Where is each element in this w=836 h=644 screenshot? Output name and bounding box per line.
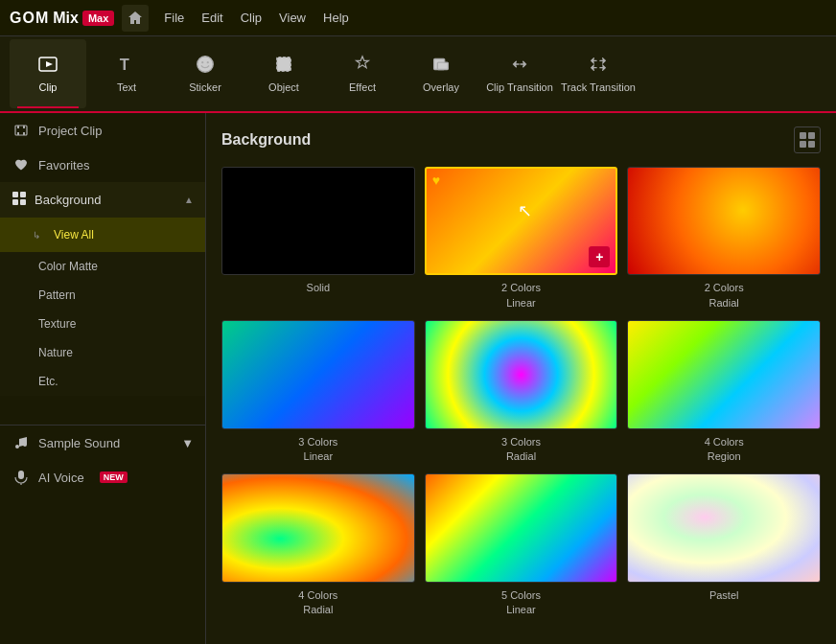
sidebar-item-nature[interactable]: Nature [0,338,205,367]
item-4colors-region-label: 4 Colors Region [705,435,744,465]
item-pastel-label: Pastel [709,588,739,603]
menu-help[interactable]: Help [323,11,349,25]
logo-gom: GOM [10,10,49,27]
clip-transition-icon [506,51,533,78]
item-pastel[interactable]: Pastel [627,473,821,617]
sidebar-section-background[interactable]: Background ▲ [0,182,205,218]
ai-voice-badge: NEW [100,472,128,483]
logo-max: Max [82,11,114,26]
toolbar-clip[interactable]: Clip [10,39,86,108]
menu-bar: File Edit Clip View Help [164,11,348,25]
sidebar-item-etc[interactable]: Etc. [0,367,205,396]
menu-clip[interactable]: Clip [241,11,262,25]
toolbar-track-transition-label: Track Transition [561,81,636,93]
music-icon [12,433,31,452]
toolbar-overlay[interactable]: Overlay [403,39,479,108]
sidebar-pattern-label: Pattern [38,288,76,302]
sidebar-item-sample-sound[interactable]: Sample Sound ▼ [0,425,205,460]
home-icon [128,11,143,26]
svg-rect-18 [18,471,24,479]
item-2colors-linear-thumb: ♥ ↖ + [425,167,618,275]
item-5colors-linear[interactable]: 5 Colors Linear [425,473,618,617]
svg-marker-1 [46,61,53,67]
grid-view-icon [799,131,816,149]
add-to-timeline-button[interactable]: + [589,246,610,267]
indent-icon: ↳ [27,225,46,244]
item-3colors-radial[interactable]: 3 Colors Radial [425,320,618,464]
toolbar-clip-label: Clip [39,81,58,93]
item-5colors-linear-thumb [425,473,618,582]
grid-toggle-button[interactable] [794,126,821,153]
svg-rect-6 [277,58,291,72]
item-solid[interactable]: Solid [221,167,415,310]
svg-rect-21 [800,141,806,148]
svg-rect-14 [12,192,18,197]
background-icon [12,191,27,209]
logo-mix: Mix [53,10,79,27]
svg-rect-8 [437,62,448,69]
toolbar-object[interactable]: Object [245,39,322,108]
main-layout: Project Clip Favorites Background ▲ ↳ Vi… [0,113,836,644]
toolbar-track-transition[interactable]: Track Transition [560,39,637,108]
item-3colors-radial-label: 3 Colors Radial [501,435,541,465]
item-3colors-linear[interactable]: 3 Colors Linear [221,320,415,464]
item-2colors-radial[interactable]: 2 Colors Radial [627,167,821,310]
svg-point-3 [197,57,214,73]
item-5colors-linear-label: 5 Colors Linear [501,588,541,618]
item-2colors-radial-label: 2 Colors Radial [705,281,744,310]
toolbar-clip-transition-label: Clip Transition [486,81,553,93]
toolbar-sticker[interactable]: Sticker [167,39,244,108]
menu-edit[interactable]: Edit [201,11,222,25]
sidebar-ai-voice-label: AI Voice [38,471,84,485]
toolbar-clip-transition[interactable]: Clip Transition [481,39,558,108]
toolbar-effect[interactable]: Effect [324,39,401,108]
svg-point-4 [201,61,203,63]
sidebar-nature-label: Nature [38,346,73,359]
svg-rect-17 [20,199,26,205]
effect-icon [349,51,376,78]
sidebar-favorites-label: Favorites [38,158,89,172]
toolbar-text[interactable]: T Text [88,39,165,108]
title-bar: GOM Mix Max File Edit Clip View Help [0,0,836,36]
toolbar-object-label: Object [268,81,299,93]
svg-rect-9 [15,126,27,135]
svg-rect-15 [20,192,26,197]
svg-rect-11 [23,126,25,128]
menu-file[interactable]: File [164,11,184,25]
mic-icon [12,468,31,487]
home-button[interactable] [122,5,149,32]
sidebar-item-view-all[interactable]: ↳ View All [0,218,205,252]
svg-rect-13 [23,132,25,135]
sidebar-view-all-label: View All [54,228,94,242]
svg-rect-10 [17,126,19,128]
content-area: Background Solid ♥ ↖ + [206,113,836,644]
svg-rect-20 [808,132,815,139]
item-4colors-region[interactable]: 4 Colors Region [627,320,821,464]
sidebar-item-ai-voice[interactable]: AI Voice NEW [0,460,205,494]
object-icon [270,51,297,78]
menu-view[interactable]: View [279,11,306,25]
item-solid-thumb [221,167,415,275]
favorite-indicator: ♥ [432,172,440,188]
item-4colors-radial[interactable]: 4 Colors Radial [221,473,415,617]
item-3colors-linear-thumb [221,320,415,428]
toolbar: Clip T Text Sticker Object Effect Overla… [0,36,836,113]
sidebar-item-texture[interactable]: Texture [0,310,205,338]
sidebar-item-favorites[interactable]: Favorites [0,148,205,182]
item-2colors-linear[interactable]: ♥ ↖ + 2 Colors Linear [425,167,618,310]
app-logo: GOM Mix Max [10,10,114,27]
sidebar-item-project-clip[interactable]: Project Clip [0,113,205,148]
content-title: Background [221,131,311,149]
svg-text:T: T [120,56,129,73]
sidebar-background-label: Background [35,193,101,207]
sidebar-item-color-matte[interactable]: Color Matte [0,252,205,281]
item-pastel-thumb [627,473,821,582]
svg-rect-12 [17,132,19,135]
item-4colors-region-thumb [627,320,821,428]
sidebar-item-pattern[interactable]: Pattern [0,281,205,310]
chevron-up-icon: ▲ [184,195,194,205]
toolbar-text-label: Text [117,81,136,93]
svg-rect-16 [12,199,18,205]
svg-point-5 [207,61,209,63]
toolbar-sticker-label: Sticker [189,81,221,93]
